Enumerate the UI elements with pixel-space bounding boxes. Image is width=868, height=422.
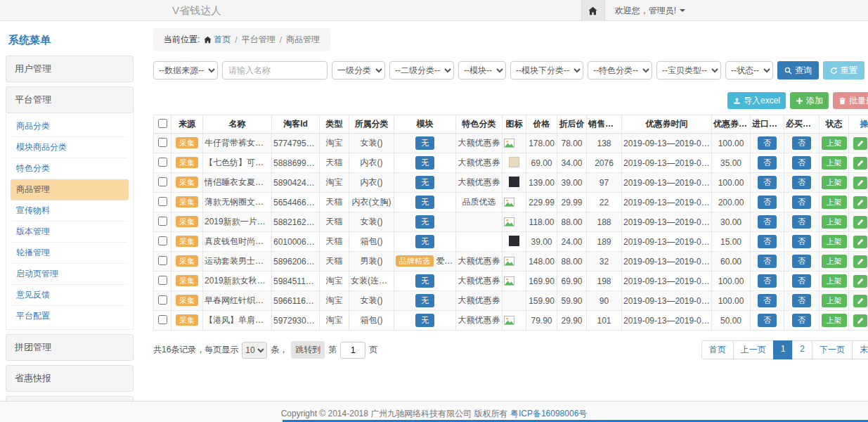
- edit-button[interactable]: [853, 236, 867, 248]
- module-badge[interactable]: 无: [415, 235, 434, 248]
- mustbuy-toggle[interactable]: 否: [792, 176, 811, 189]
- sidebar-group[interactable]: 用户管理: [6, 56, 134, 82]
- status-button[interactable]: 上架: [822, 215, 847, 229]
- filter-select[interactable]: --宝贝类型--: [656, 61, 721, 79]
- search-button[interactable]: 查询: [777, 61, 819, 79]
- sidebar-group[interactable]: 省惠快报: [6, 365, 134, 392]
- edit-button[interactable]: [853, 196, 867, 209]
- edit-button[interactable]: [853, 314, 867, 327]
- mustbuy-toggle[interactable]: 否: [792, 255, 811, 268]
- mustbuy-toggle[interactable]: 否: [792, 314, 811, 327]
- module-badge[interactable]: 无: [415, 294, 434, 307]
- status-button[interactable]: 上架: [822, 176, 847, 189]
- row-checkbox[interactable]: [158, 256, 167, 265]
- status-button[interactable]: 上架: [822, 235, 847, 248]
- mustbuy-toggle[interactable]: 否: [792, 136, 811, 150]
- page-button[interactable]: 上一页: [733, 340, 774, 359]
- batch-delete-button[interactable]: 批量删除: [833, 92, 868, 109]
- mustbuy-toggle[interactable]: 否: [792, 274, 811, 288]
- user-menu[interactable]: 欢迎您，管理员!: [615, 5, 685, 17]
- filter-select[interactable]: --二级分类--: [389, 61, 454, 79]
- sidebar-item[interactable]: 宣传物料: [11, 200, 129, 222]
- breadcrumb-item[interactable]: 平台管理: [242, 34, 276, 46]
- sidebar-item[interactable]: 商品管理: [11, 179, 129, 200]
- module-badge[interactable]: 无: [415, 176, 434, 189]
- mustbuy-toggle[interactable]: 否: [792, 294, 811, 307]
- import-toggle[interactable]: 否: [758, 294, 777, 307]
- row-checkbox[interactable]: [158, 138, 167, 147]
- breadcrumb-item[interactable]: 商品管理: [286, 34, 320, 46]
- row-checkbox[interactable]: [158, 177, 167, 186]
- icp-link[interactable]: 粤ICP备16098006号: [510, 409, 587, 418]
- row-checkbox[interactable]: [158, 295, 167, 305]
- status-button[interactable]: 上架: [822, 314, 847, 327]
- row-checkbox[interactable]: [158, 236, 167, 245]
- filter-select[interactable]: --状态--: [725, 61, 773, 79]
- filter-select[interactable]: --模块--: [458, 61, 506, 79]
- filter-select[interactable]: --特色分类--: [588, 61, 652, 79]
- breadcrumb-home-link[interactable]: 首页: [204, 34, 231, 46]
- sidebar-group[interactable]: 拼团管理: [6, 334, 134, 361]
- sidebar-item[interactable]: 版本管理: [11, 222, 129, 243]
- module-badge[interactable]: 无: [415, 136, 434, 150]
- sidebar-item[interactable]: 平台配置: [11, 306, 129, 326]
- page-number-input[interactable]: [340, 342, 365, 359]
- mustbuy-toggle[interactable]: 否: [792, 235, 811, 248]
- filter-select[interactable]: --数据来源--: [153, 61, 218, 79]
- import-toggle[interactable]: 否: [758, 176, 777, 189]
- sidebar-item[interactable]: 启动页管理: [11, 264, 129, 285]
- page-button[interactable]: 2: [792, 340, 812, 359]
- import-toggle[interactable]: 否: [758, 196, 777, 209]
- status-button[interactable]: 上架: [822, 294, 847, 307]
- filter-select[interactable]: --模块下分类--: [510, 61, 583, 79]
- sidebar-item[interactable]: 意见反馈: [11, 285, 129, 306]
- module-badge[interactable]: 无: [415, 196, 434, 209]
- import-toggle[interactable]: 否: [758, 255, 777, 268]
- module-badge[interactable]: 品牌精选: [396, 255, 434, 267]
- home-button[interactable]: [581, 0, 605, 21]
- page-button[interactable]: 首页: [701, 340, 734, 359]
- sidebar-item[interactable]: 轮播管理: [11, 243, 129, 264]
- edit-button[interactable]: [853, 255, 867, 268]
- edit-button[interactable]: [853, 177, 867, 189]
- import-toggle[interactable]: 否: [758, 274, 777, 288]
- import-toggle[interactable]: 否: [758, 136, 777, 150]
- status-button[interactable]: 上架: [822, 274, 847, 288]
- module-badge[interactable]: 无: [415, 314, 434, 327]
- edit-button[interactable]: [853, 275, 867, 288]
- status-button[interactable]: 上架: [822, 156, 847, 170]
- import-toggle[interactable]: 否: [758, 235, 777, 248]
- page-button[interactable]: 1: [773, 340, 793, 359]
- jump-button[interactable]: 跳转到: [291, 341, 325, 359]
- reset-button[interactable]: 重置: [823, 61, 864, 79]
- row-checkbox[interactable]: [158, 217, 167, 226]
- module-badge[interactable]: 无: [415, 274, 434, 288]
- module-badge[interactable]: 无: [415, 215, 434, 229]
- import-toggle[interactable]: 否: [758, 215, 777, 229]
- status-button[interactable]: 上架: [822, 196, 847, 209]
- filter-select[interactable]: 一级分类: [332, 61, 385, 79]
- import-toggle[interactable]: 否: [758, 156, 777, 170]
- sidebar-item[interactable]: 特色分类: [11, 158, 129, 179]
- name-search-input[interactable]: [222, 61, 328, 79]
- select-all-checkbox[interactable]: [158, 119, 167, 128]
- status-button[interactable]: 上架: [822, 136, 847, 150]
- import-excel-button[interactable]: 导入excel: [727, 92, 786, 109]
- edit-button[interactable]: [853, 295, 867, 307]
- edit-button[interactable]: [853, 137, 867, 150]
- sidebar-item[interactable]: 模块商品分类: [11, 137, 129, 158]
- edit-button[interactable]: [853, 157, 867, 170]
- add-button[interactable]: 添加: [790, 92, 829, 109]
- sidebar-group[interactable]: 平台管理: [6, 87, 134, 113]
- module-badge[interactable]: 无: [415, 156, 434, 170]
- row-checkbox[interactable]: [158, 197, 167, 206]
- sidebar-item[interactable]: 商品分类: [11, 116, 129, 137]
- mustbuy-toggle[interactable]: 否: [792, 156, 811, 170]
- row-checkbox[interactable]: [158, 158, 167, 167]
- mustbuy-toggle[interactable]: 否: [792, 196, 811, 209]
- row-checkbox[interactable]: [158, 276, 167, 285]
- row-checkbox[interactable]: [158, 315, 167, 324]
- import-toggle[interactable]: 否: [758, 314, 777, 327]
- edit-button[interactable]: [853, 216, 867, 229]
- per-page-select[interactable]: 10: [242, 342, 267, 359]
